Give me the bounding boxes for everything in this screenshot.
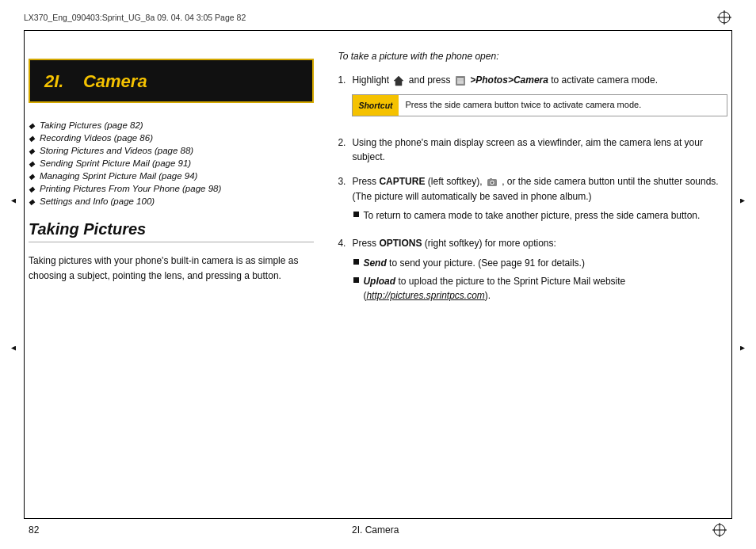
camera-icon xyxy=(487,177,498,188)
footer-area: 82 2I. Camera xyxy=(29,522,727,538)
header-title: LX370_Eng_090403:Sprint_UG_8a 09. 04. 04… xyxy=(24,13,246,22)
shortcut-text: Press the side camera button twice to ac… xyxy=(399,95,647,116)
step1-and-press: and press xyxy=(409,74,453,86)
chapter-name: Camera xyxy=(83,71,147,91)
header-crosshair xyxy=(716,10,732,25)
step-content-3: Press CAPTURE (left softkey), , or the s… xyxy=(352,174,727,227)
svg-rect-6 xyxy=(457,80,464,82)
section-body: Taking pictures with your phone's built-… xyxy=(29,254,314,283)
diamond-icon-7: ◆ xyxy=(29,197,35,206)
svg-point-10 xyxy=(491,181,493,184)
step4-square-icon-1 xyxy=(353,259,359,265)
step1-menu-path: >Photos>Camera to activate camera mode. xyxy=(470,74,658,86)
step-item-1: 1. Highlight and press >Ph xyxy=(338,73,727,126)
toc-list: ◆ Taking Pictures (page 82) ◆ Recording … xyxy=(29,120,314,206)
step3-text: Press CAPTURE (left softkey), xyxy=(352,176,484,187)
svg-marker-3 xyxy=(394,76,403,86)
section-heading: Taking Pictures xyxy=(29,220,314,242)
toc-item-7: ◆ Settings and Info (page 100) xyxy=(29,196,314,206)
toc-item-1: ◆ Taking Pictures (page 82) xyxy=(29,120,314,130)
header-bar: LX370_Eng_090403:Sprint_UG_8a 09. 04. 04… xyxy=(24,6,732,29)
footer-crosshair xyxy=(712,522,727,538)
toc-item-2: ◆ Recording Videos (page 86) xyxy=(29,133,314,143)
step-number-3: 3. xyxy=(338,174,352,189)
step3-bullet-1: To return to camera mode to take another… xyxy=(353,208,727,223)
step4-text: Press OPTIONS (right softkey) for more o… xyxy=(352,238,556,249)
intro-text: To take a picture with the phone open: xyxy=(338,51,727,62)
step2-text: Using the phone's main display screen as… xyxy=(352,137,703,163)
svg-rect-7 xyxy=(457,82,464,84)
toc-item-4: ◆ Sending Sprint Picture Mail (page 91) xyxy=(29,158,314,168)
step4-bullet-2: Upload to upload the picture to the Spri… xyxy=(353,274,727,303)
svg-rect-11 xyxy=(490,178,492,180)
menu-icon xyxy=(455,75,466,86)
step-item-4: 4. Press OPTIONS (right softkey) for mor… xyxy=(338,236,727,307)
step-number-1: 1. xyxy=(338,73,352,88)
step4-bullet-1: Send to send your picture. (See page 91 … xyxy=(353,256,727,270)
toc-item-6: ◆ Printing Pictures From Your Phone (pag… xyxy=(29,184,314,193)
diamond-icon-3: ◆ xyxy=(29,147,35,155)
footer-section: 2I. Camera xyxy=(352,524,399,536)
notch-mark-left-bottom xyxy=(11,346,16,351)
step4-bullet-text-1: Send to send your picture. (See page 91 … xyxy=(363,256,585,270)
step3-square-icon xyxy=(353,212,359,217)
step4-bullet-text-2: Upload to upload the picture to the Spri… xyxy=(363,274,727,303)
svg-rect-5 xyxy=(457,78,464,80)
right-notch xyxy=(740,199,745,351)
step-item-2: 2. Using the phone's main display screen… xyxy=(338,135,727,165)
content-area: 2I. Camera ◆ Taking Pictures (page 82) ◆… xyxy=(29,35,727,514)
notch-mark-right-bottom xyxy=(740,346,745,351)
diamond-icon-6: ◆ xyxy=(29,185,35,193)
step4-bullets: Send to send your picture. (See page 91 … xyxy=(353,256,727,303)
left-notch xyxy=(11,199,16,351)
left-column: 2I. Camera ◆ Taking Pictures (page 82) ◆… xyxy=(29,35,322,514)
shortcut-box: Shortcut Press the side camera button tw… xyxy=(352,94,727,116)
right-column: To take a picture with the phone open: 1… xyxy=(338,35,727,514)
page-border-bottom xyxy=(24,518,732,519)
diamond-icon-1: ◆ xyxy=(29,121,35,130)
step3-bullets: To return to camera mode to take another… xyxy=(353,208,727,223)
home-icon xyxy=(393,75,404,86)
step1-highlight: Highlight xyxy=(352,74,391,86)
step3-bullet-text: To return to camera mode to take another… xyxy=(363,208,700,223)
step-list: 1. Highlight and press >Ph xyxy=(338,73,727,307)
notch-mark-left-top xyxy=(11,199,16,204)
step-content-4: Press OPTIONS (right softkey) for more o… xyxy=(352,236,727,307)
page-border-right xyxy=(731,30,732,519)
page-border-left xyxy=(24,30,25,519)
diamond-icon-2: ◆ xyxy=(29,134,35,143)
step-number-4: 4. xyxy=(338,236,352,251)
shortcut-label: Shortcut xyxy=(353,95,399,116)
step4-square-icon-2 xyxy=(353,277,359,283)
chapter-title: 2I. Camera xyxy=(44,71,298,92)
toc-item-5: ◆ Managing Sprint Picture Mail (page 94) xyxy=(29,171,314,181)
toc-item-3: ◆ Storing Pictures and Videos (page 88) xyxy=(29,146,314,155)
notch-mark-right-top xyxy=(740,199,745,204)
diamond-icon-4: ◆ xyxy=(29,159,35,168)
diamond-icon-5: ◆ xyxy=(29,172,35,181)
page-border-top xyxy=(24,30,732,31)
step-content-1: Highlight and press >Photos>Camera to ac… xyxy=(352,73,727,126)
step-number-2: 2. xyxy=(338,135,352,151)
chapter-number: 2I. xyxy=(44,71,63,91)
footer-page-number: 82 xyxy=(29,524,39,536)
step-content-2: Using the phone's main display screen as… xyxy=(352,135,727,165)
step-item-3: 3. Press CAPTURE (left softkey), , or th… xyxy=(338,174,727,227)
chapter-box: 2I. Camera xyxy=(29,59,314,103)
